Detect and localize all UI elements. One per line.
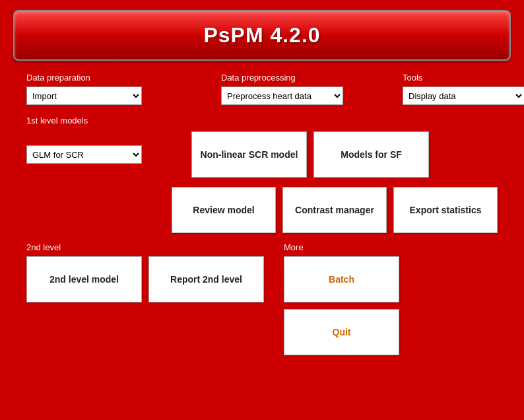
data-preprocessing-label: Data preprocessing	[221, 73, 343, 83]
export-statistics-button[interactable]: Export statistics	[393, 187, 498, 233]
second-level-model-button[interactable]: 2nd level model	[26, 256, 142, 302]
tools-select[interactable]: Display data Settings	[403, 87, 524, 105]
data-preparation-select[interactable]: Import Export Merge	[26, 87, 142, 105]
second-level-label: 2nd level	[26, 242, 264, 252]
second-level-buttons: 2nd level model Report 2nd level	[26, 256, 264, 302]
first-level-label: 1st level models	[26, 116, 88, 125]
glm-select[interactable]: GLM for SCR GLM for SPS DCM	[26, 145, 142, 164]
report-2nd-level-button[interactable]: Report 2nd level	[148, 256, 264, 302]
second-level-left: 2nd level 2nd level model Report 2nd lev…	[26, 242, 264, 302]
data-preprocessing-group: Data preprocessing Preprocess heart data…	[221, 73, 343, 105]
more-label: More	[284, 242, 399, 252]
quit-button[interactable]: Quit	[284, 309, 399, 355]
data-preprocessing-select[interactable]: Preprocess heart data Preprocess EEG	[221, 87, 343, 105]
second-level-section: 2nd level 2nd level model Report 2nd lev…	[13, 242, 511, 355]
models-sf-button[interactable]: Models for SF	[313, 131, 429, 178]
contrast-manager-button[interactable]: Contrast manager	[282, 187, 387, 233]
main-container: PsPM 4.2.0 Data preparation Import Expor…	[0, 0, 524, 420]
data-preparation-group: Data preparation Import Export Merge	[26, 73, 142, 105]
header-banner: PsPM 4.2.0	[13, 10, 511, 61]
review-row: Review model Contrast manager Export sta…	[13, 187, 511, 233]
first-level-section: 1st level models GLM for SCR GLM for SPS…	[13, 114, 511, 178]
batch-button[interactable]: Batch	[284, 256, 399, 302]
glm-select-group: GLM for SCR GLM for SPS DCM	[26, 145, 142, 164]
non-linear-scr-button[interactable]: Non-linear SCR model	[191, 131, 307, 178]
app-title: PsPM 4.2.0	[26, 23, 498, 48]
more-buttons: Batch Quit	[284, 256, 399, 355]
data-preparation-label: Data preparation	[26, 73, 142, 83]
more-section: More Batch Quit	[284, 242, 399, 355]
tools-label: Tools	[403, 73, 524, 83]
tools-group: Tools Display data Settings	[403, 73, 524, 105]
review-model-button[interactable]: Review model	[172, 187, 276, 233]
